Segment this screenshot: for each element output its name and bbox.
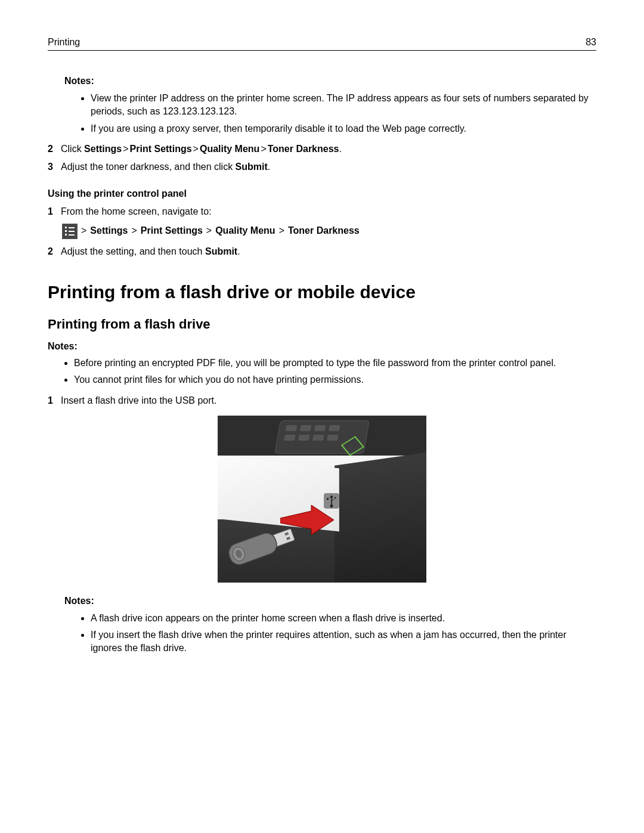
step-pre: Adjust the toner darkness, and then clic… [61, 162, 236, 172]
notes-list: A flash drive icon appears on the printe… [91, 612, 596, 655]
nav-item: Settings [90, 224, 128, 237]
nav-item: Print Settings [130, 144, 192, 154]
note-item: If you insert the flash drive when the p… [91, 628, 596, 655]
nav-item: Settings [84, 144, 122, 154]
step-item: 1 From the home screen, navigate to: [48, 205, 596, 218]
svg-point-2 [327, 498, 329, 500]
nav-item: Toner Darkness [268, 144, 339, 154]
step-number: 3 [48, 160, 61, 174]
gt-separator: > [279, 224, 284, 237]
page-header: Printing 83 [48, 36, 596, 51]
step-item: 2 Adjust the setting, and then touch Sub… [48, 245, 596, 258]
step-item: 3 Adjust the toner darkness, and then cl… [48, 160, 596, 174]
note-item: You cannot print files for which you do … [74, 373, 596, 386]
note-item: A flash drive icon appears on the printe… [91, 612, 596, 625]
note-item: If you are using a proxy server, then te… [91, 122, 596, 135]
submit-word: Submit [236, 162, 268, 172]
step-text: Adjust the toner darkness, and then clic… [61, 160, 596, 174]
menu-list-icon [62, 224, 78, 239]
step-pre: Adjust the setting, and then touch [61, 246, 205, 256]
note-item: View the printer IP address on the print… [91, 92, 596, 119]
step-text: Insert a flash drive into the USB port. [61, 394, 596, 407]
step-post: . [268, 162, 270, 172]
submit-word: Submit [205, 246, 237, 256]
page-number: 83 [586, 36, 596, 49]
step-text: Adjust the setting, and then touch Submi… [61, 245, 596, 258]
step-number: 2 [48, 143, 61, 156]
nav-item: Print Settings [141, 224, 203, 237]
step-post: . [237, 246, 240, 256]
notes-list: View the printer IP address on the print… [91, 92, 596, 135]
nav-item: Quality Menu [215, 224, 275, 237]
step-pre: Click [61, 144, 84, 154]
step-post: . [339, 144, 341, 154]
step-number: 1 [48, 205, 61, 218]
control-panel-nav-path: > Settings > Print Settings > Quality Me… [62, 224, 596, 239]
gt-separator: > [81, 224, 86, 237]
flash-drive-icon [218, 523, 313, 571]
step-text: From the home screen, navigate to: [61, 205, 596, 218]
notes-list: Before printing an encrypted PDF file, y… [74, 357, 596, 387]
minor-heading: Using the printer control panel [48, 187, 596, 200]
subsection-heading: Printing from a flash drive [48, 315, 596, 334]
notes-label: Notes: [48, 340, 596, 353]
step-text: Click Settings>Print Settings>Quality Me… [61, 143, 596, 156]
step-number: 1 [48, 394, 61, 407]
step-number: 2 [48, 245, 61, 258]
section-heading: Printing from a flash drive or mobile de… [48, 280, 596, 305]
notes-label: Notes: [64, 75, 596, 88]
header-section-title: Printing [48, 36, 80, 49]
step-item: 1 Insert a flash drive into the USB port… [48, 394, 596, 407]
notes-label: Notes: [64, 594, 596, 608]
printer-usb-figure [218, 416, 426, 583]
gt-separator: > [131, 224, 137, 237]
nav-item: Toner Darkness [288, 224, 360, 237]
gt-separator: > [206, 224, 212, 237]
nav-item: Quality Menu [200, 144, 259, 154]
step-item: 2 Click Settings>Print Settings>Quality … [48, 143, 596, 156]
note-item: Before printing an encrypted PDF file, y… [74, 357, 596, 370]
